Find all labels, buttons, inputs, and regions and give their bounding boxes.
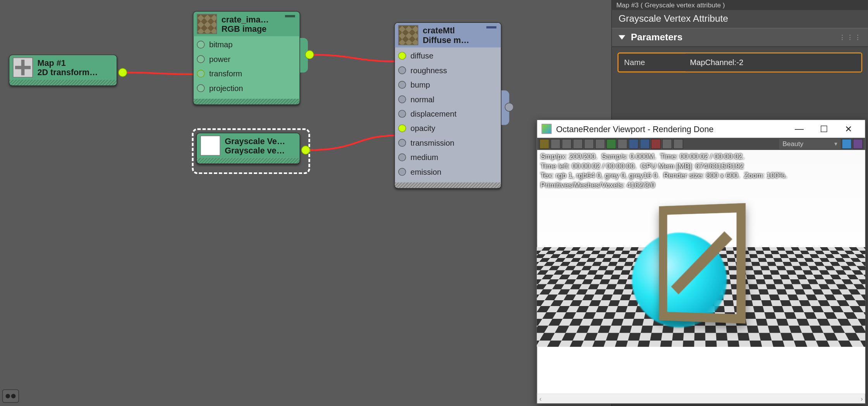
breadcrumb: Map #3 ( Greyscale vertex attribute ) bbox=[612, 0, 868, 10]
node-title: Grayscale Ve… bbox=[225, 136, 285, 146]
slot-bump[interactable]: bump bbox=[395, 77, 501, 92]
minimize-icon[interactable] bbox=[486, 26, 497, 29]
slot-roughness[interactable]: roughness bbox=[395, 63, 501, 77]
toolbar-button[interactable] bbox=[673, 139, 683, 149]
minimize-icon[interactable] bbox=[285, 15, 295, 17]
node-grayscale-vertex[interactable]: Grayscale Ve… Grayscale ve… bbox=[196, 133, 300, 164]
toolbar-button[interactable] bbox=[629, 139, 639, 149]
thumb-crate-icon bbox=[398, 25, 418, 45]
toolbar-button[interactable] bbox=[662, 139, 672, 149]
node-map1[interactable]: Map #1 2D transform… bbox=[9, 55, 117, 86]
node-subtitle: Grayscale ve… bbox=[225, 146, 285, 155]
node-map1-output[interactable] bbox=[118, 68, 127, 77]
node-title: crateMtl bbox=[423, 26, 469, 35]
panel-title: Grayscale Vertex Attribute bbox=[612, 10, 868, 28]
window-title-bar[interactable]: OctaneRender Viewport - Rendering Done —… bbox=[537, 120, 865, 138]
slot-transmission[interactable]: transmission bbox=[395, 136, 501, 150]
node-crate-mtl[interactable]: crateMtl Diffuse m… diffuse roughness bu… bbox=[394, 22, 501, 189]
parameters-section-header[interactable]: Parameters ⋮⋮⋮ bbox=[612, 28, 868, 47]
toolbar-button[interactable] bbox=[617, 139, 627, 149]
viewport-toolbar: Beauty bbox=[537, 138, 865, 150]
toolbar-stop-button[interactable] bbox=[584, 139, 594, 149]
toolbar-button[interactable] bbox=[595, 139, 605, 149]
node-crate-image[interactable]: crate_ima… RGB image bitmap power transf… bbox=[193, 11, 300, 105]
node-grip[interactable] bbox=[197, 158, 299, 163]
toolbar-button[interactable] bbox=[842, 139, 852, 149]
binoculars-icon[interactable] bbox=[2, 389, 19, 403]
node-title: Map #1 bbox=[37, 58, 98, 67]
name-field[interactable] bbox=[686, 53, 861, 71]
node-title: crate_ima… bbox=[222, 14, 269, 24]
slot-bitmap[interactable]: bitmap bbox=[194, 37, 300, 52]
node-crate-mtl-output[interactable] bbox=[505, 103, 514, 112]
node-grip[interactable] bbox=[194, 99, 300, 104]
toolbar-button[interactable] bbox=[539, 139, 549, 149]
toolbar-button[interactable] bbox=[651, 139, 661, 149]
toolbar-button[interactable] bbox=[853, 139, 863, 149]
slot-projection[interactable]: projection bbox=[194, 81, 300, 95]
toolbar-button[interactable] bbox=[550, 139, 560, 149]
slot-diffuse[interactable]: diffuse bbox=[395, 48, 501, 63]
octane-logo-icon bbox=[541, 124, 552, 134]
render-pass-combo[interactable]: Beauty bbox=[779, 139, 840, 149]
slot-transform[interactable]: transform bbox=[194, 66, 300, 81]
toolbar-button[interactable] bbox=[562, 139, 572, 149]
toolbar-button[interactable] bbox=[606, 139, 616, 149]
node-subtitle: 2D transform… bbox=[37, 67, 98, 77]
horizontal-scrollbar[interactable]: ‹ › bbox=[537, 393, 865, 403]
slot-medium[interactable]: medium bbox=[395, 150, 501, 164]
window-close-button[interactable]: ✕ bbox=[836, 121, 861, 136]
render-stats-overlay: Smp/px: 200/200. Samp/s: 0.000M. Time: 0… bbox=[540, 152, 787, 190]
thumb-transform-icon bbox=[13, 57, 33, 77]
slot-displacement[interactable]: displacement bbox=[395, 107, 501, 121]
slot-emission[interactable]: emission bbox=[395, 165, 501, 179]
scroll-right-icon[interactable]: › bbox=[861, 395, 863, 403]
param-label: Name bbox=[619, 58, 686, 67]
thumb-crate-icon bbox=[197, 14, 217, 34]
node-subtitle: Diffuse m… bbox=[423, 35, 469, 45]
toolbar-pause-button[interactable] bbox=[573, 139, 583, 149]
node-grip[interactable] bbox=[395, 182, 501, 188]
disclosure-triangle-icon bbox=[619, 35, 625, 40]
slot-opacity[interactable]: opacity bbox=[395, 121, 501, 135]
viewport-window[interactable]: OctaneRender Viewport - Rendering Done —… bbox=[536, 119, 866, 404]
drag-dots-icon[interactable]: ⋮⋮⋮ bbox=[839, 33, 862, 41]
node-grip[interactable] bbox=[9, 80, 116, 85]
node-grayscale-vertex-output[interactable] bbox=[301, 146, 310, 155]
param-name-row: Name bbox=[617, 52, 862, 72]
scroll-left-icon[interactable]: ‹ bbox=[539, 395, 541, 403]
render-view[interactable]: Smp/px: 200/200. Samp/s: 0.000M. Time: 0… bbox=[537, 150, 865, 393]
thumb-white-icon bbox=[200, 136, 220, 156]
node-subtitle: RGB image bbox=[222, 24, 269, 34]
slot-power[interactable]: power bbox=[194, 52, 300, 66]
window-minimize-button[interactable]: — bbox=[787, 121, 811, 136]
slot-normal[interactable]: normal bbox=[395, 92, 501, 107]
render-crate-frame bbox=[659, 203, 746, 323]
window-maximize-button[interactable]: ☐ bbox=[811, 121, 836, 136]
node-crate-image-output[interactable] bbox=[305, 50, 314, 59]
window-title: OctaneRender Viewport - Rendering Done bbox=[556, 124, 714, 133]
toolbar-button[interactable] bbox=[640, 139, 650, 149]
